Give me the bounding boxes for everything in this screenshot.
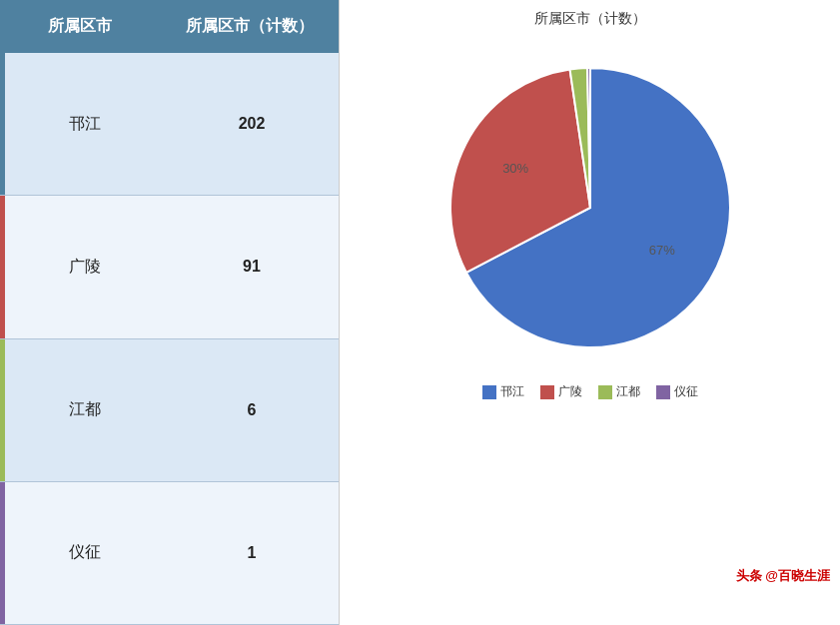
pie-label-0: 67%	[648, 243, 674, 258]
pie-svg: 67%30%	[430, 48, 750, 367]
legend-color-1	[540, 385, 554, 399]
pie-label-1: 30%	[502, 161, 528, 176]
table-header: 所属区市 所属区市（计数）	[0, 0, 339, 53]
table-row: 邗江 202	[0, 53, 339, 196]
data-table: 所属区市 所属区市（计数） 邗江 202 广陵 91 江都 6 仪征 1	[0, 0, 340, 625]
legend-item-3: 仪征	[656, 383, 698, 400]
legend-item-1: 广陵	[540, 383, 582, 400]
table-row: 仪征 1	[0, 482, 339, 625]
district-count: 6	[165, 381, 339, 439]
chart-section: 所属区市（计数） 67%30% 邗江 广陵 江都 仪征 头条 @百晓生涯	[340, 0, 840, 625]
table-row: 江都 6	[0, 339, 339, 482]
watermark: 头条 @百晓生涯	[736, 567, 830, 585]
chart-legend: 邗江 广陵 江都 仪征	[482, 383, 698, 400]
district-name: 广陵	[5, 237, 165, 298]
legend-label-1: 广陵	[558, 383, 582, 400]
pie-chart: 67%30%	[430, 48, 750, 367]
table-body: 邗江 202 广陵 91 江都 6 仪征 1	[0, 53, 339, 625]
legend-label-2: 江都	[616, 383, 640, 400]
legend-item-0: 邗江	[482, 383, 524, 400]
header-count: 所属区市（计数）	[160, 16, 339, 37]
district-count: 202	[165, 95, 339, 153]
district-count: 91	[165, 238, 339, 296]
legend-label-0: 邗江	[500, 383, 524, 400]
legend-color-0	[482, 385, 496, 399]
district-count: 1	[165, 524, 339, 582]
chart-title: 所属区市（计数）	[534, 10, 646, 28]
legend-label-3: 仪征	[674, 383, 698, 400]
legend-item-2: 江都	[598, 383, 640, 400]
district-name: 仪征	[5, 522, 165, 583]
district-name: 邗江	[5, 94, 165, 155]
header-district: 所属区市	[0, 16, 160, 37]
district-name: 江都	[5, 379, 165, 440]
table-row: 广陵 91	[0, 196, 339, 338]
legend-color-2	[598, 385, 612, 399]
legend-color-3	[656, 385, 670, 399]
